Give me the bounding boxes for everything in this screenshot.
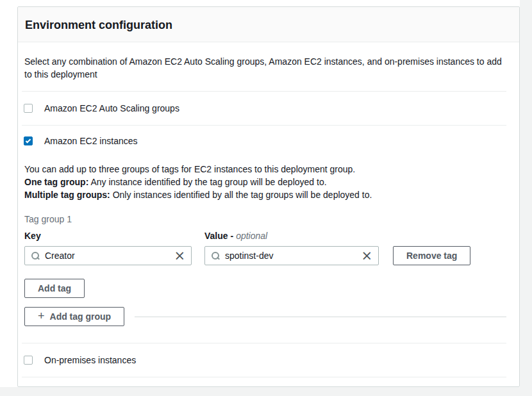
checkbox-ec2-instances[interactable] xyxy=(24,136,33,145)
option-row-ec2-instances: Amazon EC2 instances xyxy=(24,135,519,147)
checkbox-label: On-premises instances xyxy=(44,355,136,365)
key-input[interactable] xyxy=(45,251,169,261)
divider xyxy=(135,317,506,317)
search-icon xyxy=(31,251,40,260)
add-tag-row: Add tag xyxy=(24,279,519,298)
help-line: Multiple tag groups: Only instances iden… xyxy=(24,188,506,201)
remove-tag-button[interactable]: Remove tag xyxy=(393,246,470,265)
tag-group-title: Tag group 1 xyxy=(24,214,519,224)
key-field-label: Key xyxy=(24,231,204,241)
divider xyxy=(22,125,506,126)
divider xyxy=(22,377,506,377)
field-labels-row: Key Value -optional xyxy=(24,231,519,241)
checkbox-auto-scaling-groups[interactable] xyxy=(24,104,33,113)
checkbox-label: Amazon EC2 instances xyxy=(44,136,138,146)
value-field-label: Value -optional xyxy=(204,231,267,241)
add-tag-group-label: Add tag group xyxy=(50,311,112,322)
value-input[interactable] xyxy=(225,251,356,261)
key-input-box: × xyxy=(24,246,192,265)
tag-inputs-row: × × Remove tag xyxy=(24,246,519,265)
option-row-on-premises: On-premises instances xyxy=(18,343,519,377)
checkbox-on-premises[interactable] xyxy=(24,356,33,365)
clear-icon[interactable]: × xyxy=(361,251,372,260)
value-input-box: × xyxy=(204,246,379,265)
panel-header: Environment configuration xyxy=(18,7,519,42)
page-background: Environment configuration Select any com… xyxy=(0,0,532,396)
help-line: One tag group: Any instance identified b… xyxy=(24,176,506,188)
add-tag-group-button[interactable]: + Add tag group xyxy=(24,307,124,326)
panel-description: Select any combination of Amazon EC2 Aut… xyxy=(24,55,505,81)
option-row-auto-scaling-groups: Amazon EC2 Auto Scaling groups xyxy=(18,92,519,125)
panel-title: Environment configuration xyxy=(25,19,506,32)
checkbox-label: Amazon EC2 Auto Scaling groups xyxy=(44,103,179,113)
add-tag-group-row: + Add tag group xyxy=(24,307,506,326)
tag-help-text: You can add up to three groups of tags f… xyxy=(24,163,506,201)
optional-hint: optional xyxy=(236,231,267,241)
search-icon xyxy=(211,251,220,260)
add-tag-button[interactable]: Add tag xyxy=(24,279,85,298)
clear-icon[interactable]: × xyxy=(174,251,185,260)
help-line: You can add up to three groups of tags f… xyxy=(24,163,506,176)
checkmark-icon xyxy=(26,138,31,143)
plus-icon: + xyxy=(38,310,45,322)
environment-configuration-panel: Environment configuration Select any com… xyxy=(17,6,520,387)
